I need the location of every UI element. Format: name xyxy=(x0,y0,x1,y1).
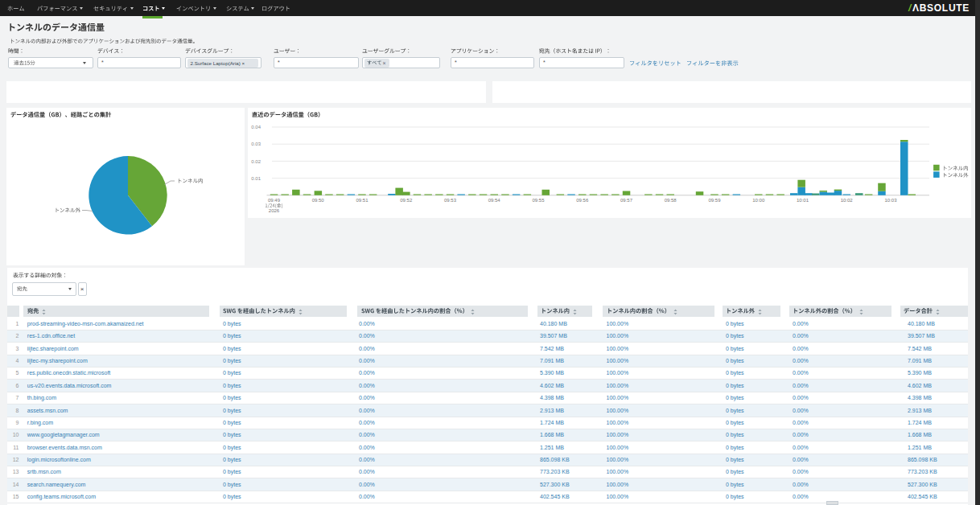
svg-text:09:52: 09:52 xyxy=(400,198,413,203)
svg-text:09:58: 09:58 xyxy=(664,198,677,203)
svg-text:10:00: 10:00 xyxy=(752,198,765,203)
svg-text:0.01: 0.01 xyxy=(251,176,261,181)
svg-text:09:53: 09:53 xyxy=(443,198,456,203)
svg-text:10:02: 10:02 xyxy=(840,198,853,203)
svg-text:2026: 2026 xyxy=(268,208,279,213)
svg-text:10:01: 10:01 xyxy=(796,198,809,203)
svg-text:09:57: 09:57 xyxy=(620,198,632,203)
svg-text:09:56: 09:56 xyxy=(576,198,589,203)
svg-text:0.03: 0.03 xyxy=(251,142,261,146)
svg-text:09:59: 09:59 xyxy=(708,198,721,203)
svg-text:10:03: 10:03 xyxy=(884,198,897,203)
svg-text:09:49: 09:49 xyxy=(267,198,280,203)
svg-text:0.02: 0.02 xyxy=(251,159,261,164)
svg-text:09:54: 09:54 xyxy=(488,198,500,203)
svg-text:09:51: 09:51 xyxy=(356,198,369,203)
svg-text:09:55: 09:55 xyxy=(532,198,545,203)
svg-text:0.04: 0.04 xyxy=(251,125,261,129)
svg-text:09:50: 09:50 xyxy=(311,198,324,203)
